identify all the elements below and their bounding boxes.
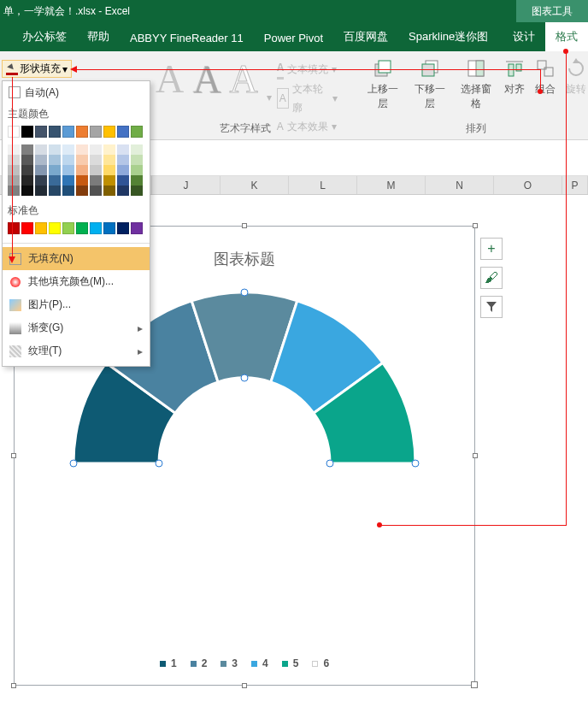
resize-handle[interactable] — [473, 223, 478, 228]
color-swatch[interactable] — [117, 155, 129, 165]
color-swatch[interactable] — [103, 175, 115, 186]
color-swatch[interactable] — [49, 126, 61, 138]
color-swatch[interactable] — [49, 144, 61, 155]
color-swatch[interactable] — [21, 144, 33, 155]
tab-abbyy[interactable]: ABBYY FineReader 11 — [120, 25, 254, 51]
color-swatch[interactable] — [35, 186, 47, 196]
more-colors-item[interactable]: 其他填充颜色(M)... — [3, 270, 150, 293]
color-swatch[interactable] — [21, 186, 33, 196]
chart-elements-button[interactable]: + — [480, 238, 503, 260]
col-M[interactable]: M — [357, 176, 426, 194]
color-swatch[interactable] — [35, 175, 47, 186]
resize-handle[interactable] — [242, 223, 247, 228]
color-swatch[interactable] — [131, 165, 143, 175]
color-swatch[interactable] — [131, 155, 143, 165]
color-swatch[interactable] — [8, 144, 20, 155]
wordart-preset-1[interactable]: A — [152, 55, 187, 99]
send-backward-button[interactable]: 下移一层 — [410, 56, 450, 111]
chart-filter-button[interactable] — [480, 296, 503, 318]
color-swatch[interactable] — [131, 126, 143, 138]
tab-sparkline[interactable]: Sparkline迷你图 — [398, 22, 498, 51]
color-swatch[interactable] — [117, 175, 129, 186]
color-swatch[interactable] — [117, 186, 129, 196]
col-O[interactable]: O — [494, 176, 562, 194]
color-swatch[interactable] — [76, 222, 88, 234]
color-swatch[interactable] — [90, 186, 102, 196]
color-swatch[interactable] — [62, 155, 74, 165]
color-swatch[interactable] — [90, 144, 102, 155]
selection-pane-button[interactable]: 选择窗格 — [456, 56, 496, 111]
color-swatch[interactable] — [49, 222, 61, 234]
color-swatch[interactable] — [49, 186, 61, 196]
color-swatch[interactable] — [90, 165, 102, 175]
wordart-preset-3[interactable]: A — [226, 55, 261, 99]
color-swatch[interactable] — [62, 222, 74, 234]
color-swatch[interactable] — [8, 126, 20, 138]
color-swatch[interactable] — [117, 222, 129, 234]
color-swatch[interactable] — [131, 175, 143, 186]
tab-help[interactable]: 帮助 — [77, 22, 120, 51]
resize-handle[interactable] — [242, 683, 247, 688]
wordart-gallery-expand[interactable]: ▾ — [267, 91, 272, 103]
color-swatch[interactable] — [117, 144, 129, 155]
text-outline-button[interactable]: A文本轮廓 ▾ — [277, 80, 338, 117]
color-swatch[interactable] — [35, 144, 47, 155]
gradient-fill-item[interactable]: 渐变(G) ▸ — [3, 316, 150, 339]
color-swatch[interactable] — [90, 222, 102, 234]
color-swatch[interactable] — [8, 175, 20, 186]
align-button[interactable]: 对齐 — [503, 56, 526, 97]
color-swatch[interactable] — [103, 144, 115, 155]
tab-design[interactable]: 设计 — [503, 22, 545, 51]
tab-format[interactable]: 格式 — [545, 22, 588, 51]
color-swatch[interactable] — [103, 222, 115, 234]
shape-fill-dropdown-trigger[interactable]: 形状填充 ▾ — [2, 60, 72, 78]
wordart-preset-2[interactable]: A — [189, 55, 224, 99]
color-swatch[interactable] — [21, 165, 33, 175]
tab-baidu[interactable]: 百度网盘 — [333, 22, 398, 51]
color-swatch[interactable] — [76, 144, 88, 155]
color-swatch[interactable] — [35, 155, 47, 165]
color-swatch[interactable] — [62, 165, 74, 175]
col-N[interactable]: N — [426, 176, 494, 194]
color-swatch[interactable] — [62, 144, 74, 155]
color-swatch[interactable] — [117, 126, 129, 138]
color-swatch[interactable] — [103, 165, 115, 175]
color-swatch[interactable] — [103, 126, 115, 138]
color-swatch[interactable] — [21, 126, 33, 138]
color-swatch[interactable] — [62, 126, 74, 138]
color-swatch[interactable] — [62, 186, 74, 196]
color-swatch[interactable] — [131, 222, 143, 234]
color-swatch[interactable] — [90, 155, 102, 165]
color-swatch[interactable] — [117, 165, 129, 175]
color-swatch[interactable] — [35, 165, 47, 175]
color-swatch[interactable] — [131, 186, 143, 196]
tab-powerpivot[interactable]: Power Pivot — [254, 25, 333, 51]
bring-forward-button[interactable]: 上移一层 — [363, 56, 403, 111]
color-swatch[interactable] — [49, 165, 61, 175]
col-K[interactable]: K — [220, 176, 289, 194]
color-swatch[interactable] — [103, 186, 115, 196]
color-swatch[interactable] — [90, 175, 102, 186]
color-swatch[interactable] — [21, 175, 33, 186]
color-swatch[interactable] — [62, 175, 74, 186]
color-swatch[interactable] — [8, 186, 20, 196]
color-swatch[interactable] — [35, 126, 47, 138]
chart-styles-button[interactable]: 🖌 — [480, 267, 503, 289]
resize-handle[interactable] — [473, 453, 478, 458]
color-swatch[interactable] — [49, 175, 61, 186]
col-L[interactable]: L — [289, 176, 357, 194]
tab-office[interactable]: 办公标签 — [12, 22, 77, 51]
color-swatch[interactable] — [8, 165, 20, 175]
color-swatch[interactable] — [49, 155, 61, 165]
no-fill-item[interactable]: 无填充(N) — [3, 247, 150, 270]
texture-fill-item[interactable]: 纹理(T) ▸ — [3, 339, 150, 362]
fill-auto[interactable]: 自动(A) — [3, 81, 150, 104]
color-swatch[interactable] — [76, 155, 88, 165]
color-swatch[interactable] — [76, 175, 88, 186]
color-swatch[interactable] — [8, 155, 20, 165]
color-swatch[interactable] — [35, 222, 47, 234]
color-swatch[interactable] — [8, 222, 20, 234]
color-swatch[interactable] — [21, 222, 33, 234]
resize-handle[interactable] — [11, 453, 16, 458]
color-swatch[interactable] — [131, 144, 143, 155]
